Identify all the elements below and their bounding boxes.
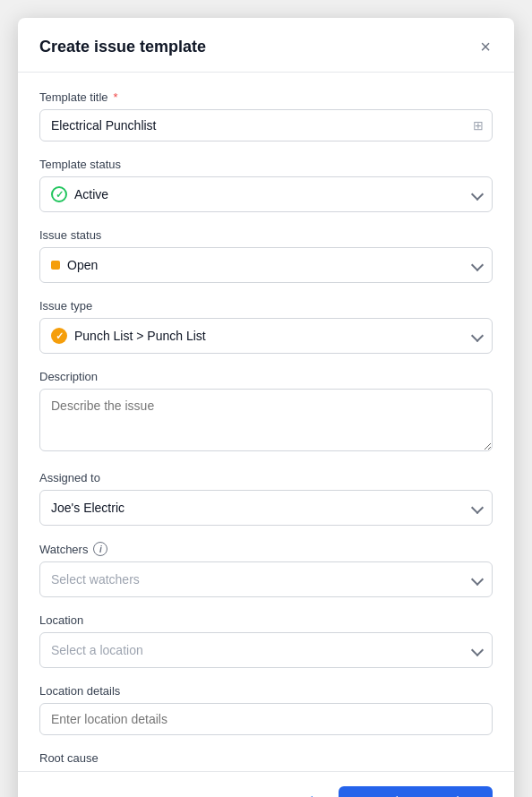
issue-type-value: Punch List > Punch List: [74, 329, 206, 343]
create-issue-template-button[interactable]: Create issue template: [339, 786, 493, 797]
open-status-icon: [51, 261, 60, 270]
template-status-value: Active: [74, 187, 108, 201]
modal-body: Template title * ⊞ Template status Activ…: [18, 73, 514, 771]
issue-type-icon: [51, 328, 67, 344]
assigned-to-label: Assigned to: [39, 471, 493, 484]
issue-status-value: Open: [67, 258, 98, 272]
close-button[interactable]: ×: [478, 36, 493, 57]
assigned-to-select-wrapper: Joe's Electric: [39, 490, 493, 526]
assigned-to-group: Assigned to Joe's Electric: [39, 471, 493, 526]
watchers-group: Watchers i Select watchers: [39, 542, 493, 597]
location-details-label: Location details: [39, 684, 493, 698]
issue-type-select-wrapper: Punch List > Punch List: [39, 318, 493, 354]
issue-type-label: Issue type: [39, 299, 493, 313]
issue-status-select-wrapper: Open: [39, 247, 493, 283]
template-title-input[interactable]: [39, 109, 493, 141]
modal-header: Create issue template ×: [18, 18, 514, 73]
grid-icon: ⊞: [473, 118, 484, 133]
location-select-wrapper: Select a location: [39, 632, 493, 668]
description-label: Description: [39, 370, 493, 383]
assigned-to-value: Joe's Electric: [51, 501, 124, 515]
location-group: Location Select a location: [39, 613, 493, 668]
template-status-label: Template status: [39, 158, 493, 171]
location-label: Location: [39, 613, 493, 627]
template-title-label: Template title *: [39, 90, 493, 104]
create-issue-template-modal: Create issue template × Template title *…: [18, 18, 514, 797]
cancel-button[interactable]: Cancel: [260, 787, 328, 797]
required-indicator: *: [114, 90, 118, 104]
location-select[interactable]: Select a location: [39, 632, 493, 668]
modal-footer: Cancel Create issue template: [18, 771, 514, 797]
watchers-select-wrapper: Select watchers: [39, 561, 493, 597]
template-title-input-wrapper: ⊞: [39, 109, 493, 141]
watchers-info-icon[interactable]: i: [93, 542, 107, 556]
location-details-group: Location details: [39, 684, 493, 735]
watchers-select[interactable]: Select watchers: [39, 561, 493, 597]
issue-status-label: Issue status: [39, 228, 493, 242]
close-icon: ×: [480, 38, 491, 56]
template-title-group: Template title * ⊞: [39, 90, 493, 141]
template-status-group: Template status Active: [39, 158, 493, 212]
issue-status-group: Issue status Open: [39, 228, 493, 283]
location-details-input[interactable]: [39, 703, 493, 735]
issue-type-select[interactable]: Punch List > Punch List: [39, 318, 493, 354]
assigned-to-select[interactable]: Joe's Electric: [39, 490, 493, 526]
template-status-select-wrapper: Active: [39, 176, 493, 212]
watchers-placeholder: Select watchers: [51, 572, 140, 587]
issue-status-select[interactable]: Open: [39, 247, 493, 283]
description-textarea[interactable]: [39, 389, 493, 451]
watchers-label: Watchers i: [39, 542, 493, 556]
active-status-icon: [51, 186, 67, 202]
root-cause-group: Root cause: [39, 751, 493, 765]
root-cause-label: Root cause: [39, 751, 493, 765]
location-placeholder: Select a location: [51, 643, 143, 657]
description-group: Description: [39, 370, 493, 455]
template-status-select[interactable]: Active: [39, 176, 493, 212]
issue-type-group: Issue type Punch List > Punch List: [39, 299, 493, 354]
modal-title: Create issue template: [39, 38, 206, 56]
